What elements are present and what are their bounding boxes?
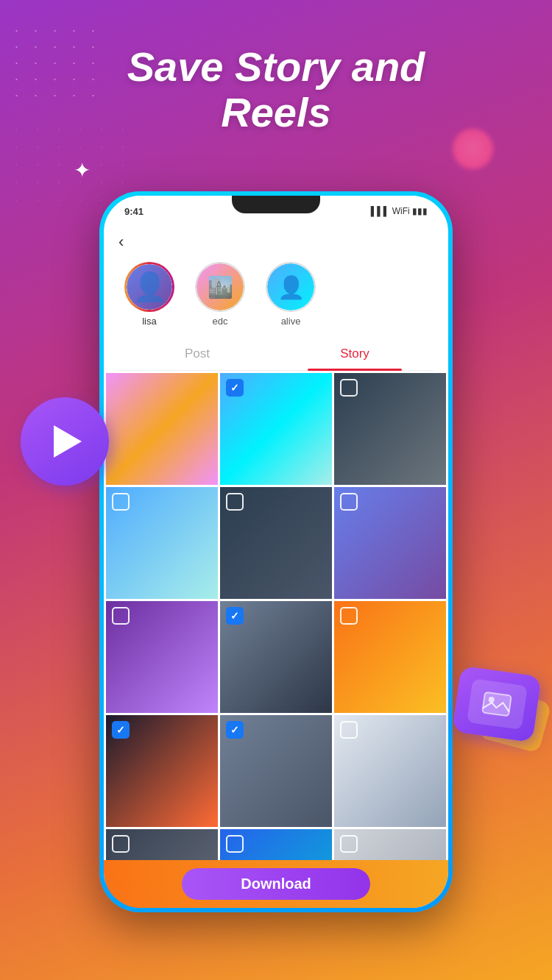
play-button-decoration (21, 397, 109, 486)
avatar-circle-alive: 👤 (266, 262, 316, 312)
back-button[interactable]: ‹ (104, 227, 448, 255)
checkbox-13[interactable] (112, 835, 130, 853)
status-icons: ▌▌▌ WiFi ▮▮▮ (371, 206, 428, 216)
grid-cell-2[interactable]: ✓ (220, 373, 332, 485)
checkbox-6[interactable] (340, 493, 358, 511)
grid-cell-10[interactable]: ✓ (106, 715, 218, 827)
decorative-blob (453, 129, 493, 169)
download-bar: Download (104, 860, 448, 908)
download-button[interactable]: Download (182, 868, 370, 900)
checkbox-14[interactable] (226, 835, 244, 853)
svg-rect-0 (482, 692, 512, 717)
tab-story[interactable]: Story (276, 338, 434, 370)
checkbox-15[interactable] (340, 835, 358, 853)
checkbox-11[interactable]: ✓ (226, 721, 244, 739)
image-icon-decoration (456, 671, 537, 737)
tabs-row: Post Story (118, 338, 434, 371)
checkbox-3[interactable] (340, 379, 358, 397)
avatar-circle-edc: 🏙️ (195, 262, 245, 312)
avatar-item-edc[interactable]: 🏙️ edc (195, 262, 245, 327)
avatar-item-alive[interactable]: 👤 alive (266, 262, 316, 327)
phone-notch (224, 196, 328, 216)
grid-cell-6[interactable] (334, 487, 446, 599)
checkbox-9[interactable] (340, 607, 358, 625)
avatar-label-lisa: lisa (142, 316, 157, 327)
avatar-circle-lisa: 👤 (124, 262, 174, 312)
page-title: Save Story and Reels (0, 44, 552, 135)
grid-cell-4[interactable] (106, 487, 218, 599)
avatar-label-alive: alive (281, 316, 301, 327)
grid-cell-5[interactable] (220, 487, 332, 599)
grid-cell-3[interactable] (334, 373, 446, 485)
checkbox-2[interactable]: ✓ (226, 379, 244, 397)
grid-cell-8[interactable]: ✓ (220, 601, 332, 713)
checkbox-4[interactable] (112, 493, 130, 511)
title-line1: Save Story and (127, 43, 425, 90)
avatar-item-lisa[interactable]: 👤 lisa (124, 262, 174, 327)
grid-cell-12[interactable] (334, 715, 446, 827)
grid-cell-11[interactable]: ✓ (220, 715, 332, 827)
header-section: Save Story and Reels (0, 44, 552, 135)
tab-post[interactable]: Post (118, 338, 276, 370)
checkbox-12[interactable] (340, 721, 358, 739)
grid-cell-1[interactable] (106, 373, 218, 485)
avatars-row: 👤 lisa 🏙️ edc 👤 (104, 255, 448, 338)
title-line2: Reels (221, 89, 330, 135)
grid-cell-7[interactable] (106, 601, 218, 713)
checkbox-10[interactable]: ✓ (112, 721, 130, 739)
avatar-label-edc: edc (213, 316, 228, 327)
grid-cell-9[interactable] (334, 601, 446, 713)
checkbox-8[interactable]: ✓ (226, 607, 244, 625)
photo-grid: ✓✓✓✓ (104, 371, 448, 908)
checkbox-5[interactable] (226, 493, 244, 511)
checkbox-7[interactable] (112, 607, 130, 625)
sparkle-icon: ✦ (74, 158, 91, 182)
download-label: Download (241, 876, 311, 892)
status-time: 9:41 (124, 206, 144, 217)
checkbox-1[interactable] (112, 379, 130, 397)
phone-mockup: 9:41 ▌▌▌ WiFi ▮▮▮ ‹ 👤 lisa (99, 191, 453, 912)
